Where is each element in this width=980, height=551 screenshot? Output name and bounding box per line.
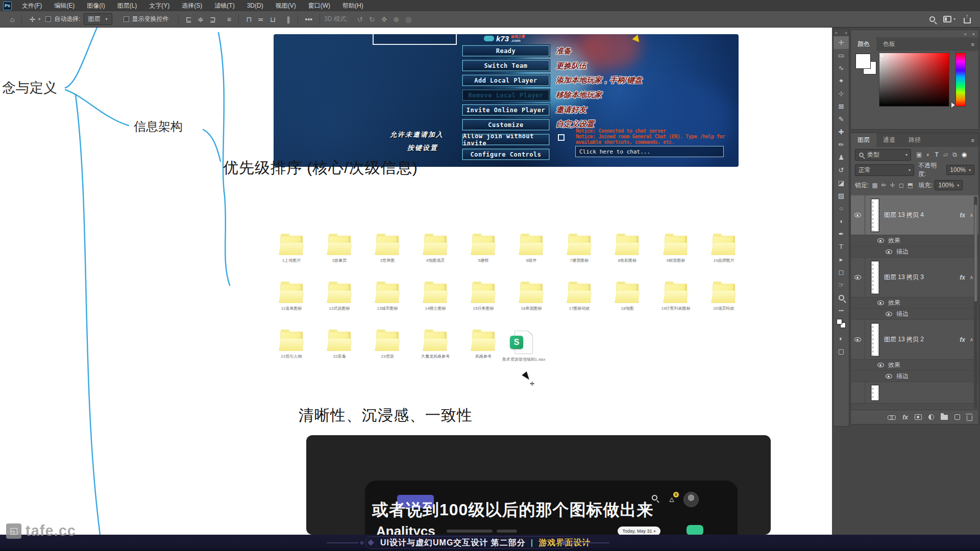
folder-item[interactable]: 18地图 — [607, 284, 648, 311]
history-brush-tool[interactable]: ↺ — [834, 164, 849, 177]
fx-badge[interactable]: fx — [960, 212, 965, 219]
filter-toggle-icon[interactable]: ◉ — [962, 151, 967, 158]
edit-toolbar-button[interactable]: ••• — [834, 304, 849, 317]
move-tool-caret-icon[interactable]: ▾ — [38, 17, 40, 21]
fx-collapse-icon[interactable]: ∧ — [970, 337, 973, 342]
folder-item[interactable]: 5建模 — [463, 236, 504, 263]
foreground-color-swatch[interactable] — [855, 54, 871, 69]
blur-tool[interactable]: ○ — [834, 202, 849, 215]
saturation-brightness-field[interactable] — [879, 53, 949, 107]
distribute-center-icon[interactable]: ≍ — [255, 15, 267, 23]
lock-all-icon[interactable]: ⬒ — [908, 182, 913, 189]
distribute-bottom-icon[interactable]: ⊔ — [267, 15, 279, 23]
magic-wand-tool[interactable]: ✦ — [834, 74, 849, 87]
eyedropper-tool[interactable]: ✎ — [834, 113, 849, 126]
menu-type[interactable]: 文字(Y) — [143, 0, 176, 11]
fx-collapse-icon[interactable]: ∧ — [970, 212, 973, 218]
add-mask-icon[interactable] — [915, 414, 922, 420]
opacity-input[interactable]: 100% ▾ — [946, 165, 974, 175]
visibility-eye-icon[interactable] — [886, 374, 892, 379]
add-layer-style-icon[interactable]: fx — [902, 414, 908, 421]
hand-tool[interactable]: ☞ — [834, 279, 849, 291]
hue-slider-handle[interactable] — [951, 103, 955, 108]
foreground-color-chip[interactable] — [837, 319, 842, 324]
menu-view[interactable]: 视图(V) — [270, 0, 302, 11]
eraser-tool[interactable]: ◪ — [834, 177, 849, 189]
add-button[interactable] — [687, 525, 703, 535]
stroke-effect-row[interactable]: 描边 — [851, 246, 978, 258]
brush-tool[interactable]: ✏ — [834, 138, 849, 151]
screen-mode-button[interactable]: ▢ — [834, 345, 849, 358]
folder-item[interactable]: 22装备 — [319, 332, 360, 359]
menu-3d[interactable]: 3D(D) — [241, 0, 270, 11]
lock-artboard-icon[interactable]: ◻ — [899, 182, 904, 189]
frame-tool[interactable]: ⊠ — [834, 100, 849, 113]
pen-tool[interactable]: ✒ — [834, 228, 849, 240]
document-canvas[interactable]: 念与定义 信息架构 k73 游戏之家 .com Ready Switch Tea… — [0, 28, 832, 535]
folder-item[interactable]: 13城市图标 — [367, 284, 408, 311]
excel-file-item[interactable]: S 美术资源管理细则1.xlsx — [493, 331, 554, 362]
crop-tool[interactable]: ⊹ — [834, 87, 849, 100]
dashboard-search-icon[interactable] — [652, 495, 657, 500]
folder-item[interactable]: 23资源 — [367, 332, 408, 359]
switch-team-button[interactable]: Switch Team — [462, 60, 550, 71]
distribute-horizontal-icon[interactable]: ∥ — [284, 15, 293, 23]
new-layer-icon[interactable] — [954, 414, 960, 420]
healing-brush-tool[interactable]: ✚ — [834, 126, 849, 138]
folder-item[interactable]: 1上传图片 — [271, 236, 312, 263]
fill-input[interactable]: 100% ▾ — [935, 180, 963, 190]
visibility-eye-icon[interactable] — [854, 337, 861, 342]
layer-thumbnail[interactable] — [871, 385, 879, 400]
folder-item[interactable]: 12武器图标 — [319, 284, 360, 311]
workspace-icon[interactable] — [943, 16, 951, 22]
filter-type-icon[interactable]: T — [935, 151, 939, 158]
fx-collapse-icon[interactable]: ∧ — [970, 274, 973, 280]
quick-mask-button[interactable]: ◐ — [834, 332, 849, 345]
filter-smart-object-icon[interactable]: ⧉ — [952, 151, 957, 158]
folder-item[interactable]: 15任务图标 — [463, 284, 504, 311]
folder-item[interactable]: 11道具图标 — [271, 284, 312, 311]
menu-filter[interactable]: 滤镜(T) — [208, 0, 240, 11]
layer-filter-dropdown[interactable]: 类型 ▾ — [855, 149, 911, 161]
visibility-eye-icon[interactable] — [886, 249, 892, 254]
visibility-eye-icon[interactable] — [877, 300, 884, 305]
blend-mode-dropdown[interactable]: 正常 ▾ — [855, 164, 914, 176]
folder-item[interactable]: 20场景特效 — [703, 284, 744, 311]
layers-scrollbar[interactable] — [974, 196, 977, 409]
search-icon[interactable] — [929, 16, 935, 22]
menu-file[interactable]: 文件(F) — [16, 0, 48, 11]
folder-item[interactable]: 4地图场景 — [415, 236, 456, 263]
layer-row[interactable]: 图层 13 拷贝 2 fx ∧ — [851, 320, 978, 360]
lock-transparency-icon[interactable]: ▦ — [872, 182, 877, 189]
tab-color[interactable]: 颜色 — [851, 37, 876, 51]
allow-join-checkbox[interactable] — [558, 134, 565, 141]
visibility-eye-icon[interactable] — [877, 363, 884, 367]
layer-row[interactable]: 图层 13 拷贝 3 fx ∧ — [851, 258, 978, 297]
visibility-eye-icon[interactable] — [854, 213, 861, 217]
zoom-tool[interactable] — [834, 291, 849, 304]
type-tool[interactable]: T — [834, 240, 849, 253]
stroke-effect-row[interactable]: 描边 — [851, 371, 978, 382]
auto-select-dropdown[interactable]: 图层 ▾ — [84, 13, 112, 25]
folder-item[interactable]: 17图标动效 — [559, 284, 600, 311]
layer-thumbnail[interactable] — [871, 261, 879, 294]
folder-item[interactable]: 21指引人物 — [271, 332, 312, 359]
workspace-caret-icon[interactable]: ▾ — [953, 17, 955, 21]
menu-image[interactable]: 图像(I) — [81, 0, 111, 11]
move-tool[interactable]: ✛ — [834, 36, 849, 49]
menu-edit[interactable]: 编辑(E) — [48, 0, 81, 11]
fx-badge[interactable]: fx — [960, 336, 965, 343]
layer-row[interactable]: 图层 13 拷贝 4 fx ∧ — [851, 195, 978, 235]
menu-select[interactable]: 选择(S) — [176, 0, 208, 11]
date-filter-pill[interactable]: Today, May 31 ▾ — [618, 527, 660, 535]
folder-item[interactable]: 8色彩图标 — [607, 236, 648, 263]
configure-controls-button[interactable]: Configure Controls — [462, 148, 550, 160]
shape-tool[interactable]: ◻ — [834, 266, 849, 279]
folder-item[interactable]: 2故事页 — [319, 236, 360, 263]
folder-item[interactable]: 19行军列表图标 — [655, 284, 696, 311]
move-tool-icon[interactable]: ✛ — [26, 15, 38, 23]
folder-item[interactable]: 16界面图标 — [511, 284, 552, 311]
filter-shape-icon[interactable]: ▱ — [943, 151, 948, 158]
lasso-tool[interactable]: ∿ — [834, 62, 849, 74]
fx-badge[interactable]: fx — [960, 274, 965, 281]
